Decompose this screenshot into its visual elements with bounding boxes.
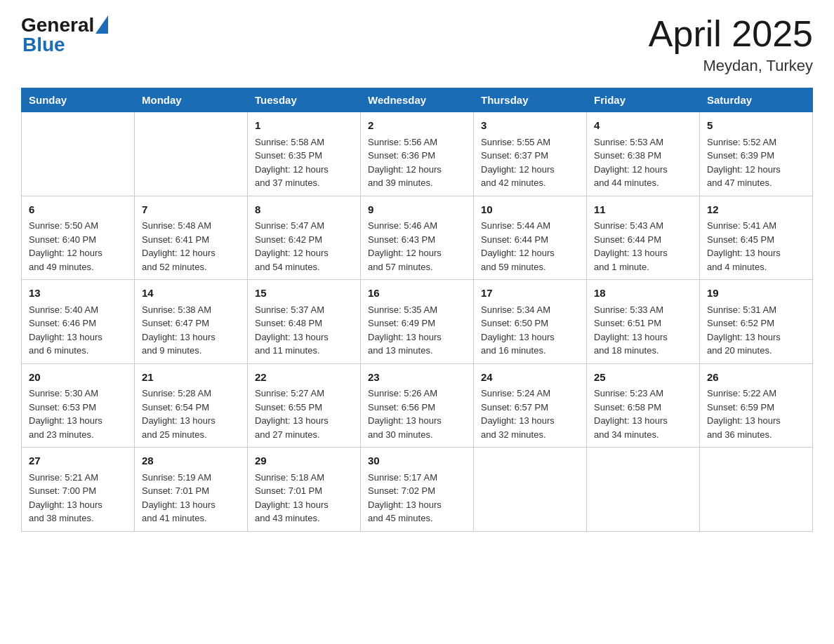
weekday-header-monday: Monday: [135, 88, 248, 112]
weekday-header-saturday: Saturday: [700, 88, 813, 112]
day-number: 8: [255, 202, 353, 218]
calendar-cell: 12Sunrise: 5:41 AM Sunset: 6:45 PM Dayli…: [700, 196, 813, 280]
calendar-cell: 15Sunrise: 5:37 AM Sunset: 6:48 PM Dayli…: [248, 280, 361, 364]
calendar-cell: 22Sunrise: 5:27 AM Sunset: 6:55 PM Dayli…: [248, 363, 361, 448]
day-info: Sunrise: 5:48 AM Sunset: 6:41 PM Dayligh…: [142, 219, 240, 274]
calendar-cell: 7Sunrise: 5:48 AM Sunset: 6:41 PM Daylig…: [135, 196, 248, 280]
day-number: 16: [368, 286, 466, 302]
day-number: 27: [29, 453, 127, 469]
day-info: Sunrise: 5:19 AM Sunset: 7:01 PM Dayligh…: [142, 471, 240, 525]
calendar-week-row: 13Sunrise: 5:40 AM Sunset: 6:46 PM Dayli…: [22, 280, 813, 364]
day-number: 29: [255, 453, 353, 469]
calendar-cell: 19Sunrise: 5:31 AM Sunset: 6:52 PM Dayli…: [700, 280, 813, 364]
day-number: 30: [368, 453, 466, 469]
day-number: 7: [142, 202, 240, 218]
day-info: Sunrise: 5:58 AM Sunset: 6:35 PM Dayligh…: [255, 135, 353, 190]
day-info: Sunrise: 5:38 AM Sunset: 6:47 PM Dayligh…: [142, 303, 240, 358]
calendar-cell: 17Sunrise: 5:34 AM Sunset: 6:50 PM Dayli…: [474, 280, 587, 364]
day-number: 21: [142, 370, 240, 386]
day-number: 3: [481, 118, 579, 134]
day-info: Sunrise: 5:52 AM Sunset: 6:39 PM Dayligh…: [707, 135, 805, 190]
day-info: Sunrise: 5:30 AM Sunset: 6:53 PM Dayligh…: [29, 387, 127, 441]
day-number: 25: [594, 370, 692, 386]
day-info: Sunrise: 5:37 AM Sunset: 6:48 PM Dayligh…: [255, 303, 353, 358]
day-info: Sunrise: 5:43 AM Sunset: 6:44 PM Dayligh…: [594, 219, 692, 274]
day-number: 4: [594, 118, 692, 134]
calendar-header-row: SundayMondayTuesdayWednesdayThursdayFrid…: [22, 88, 813, 112]
day-number: 23: [368, 370, 466, 386]
calendar-cell: 9Sunrise: 5:46 AM Sunset: 6:43 PM Daylig…: [361, 196, 474, 280]
day-number: 5: [707, 118, 805, 134]
weekday-header-wednesday: Wednesday: [361, 88, 474, 112]
calendar-cell: 3Sunrise: 5:55 AM Sunset: 6:37 PM Daylig…: [474, 112, 587, 196]
day-info: Sunrise: 5:21 AM Sunset: 7:00 PM Dayligh…: [29, 471, 127, 525]
calendar-cell: 4Sunrise: 5:53 AM Sunset: 6:38 PM Daylig…: [587, 112, 700, 196]
calendar-cell: [700, 448, 813, 532]
day-number: 12: [707, 202, 805, 218]
calendar-cell: [22, 112, 135, 196]
calendar-week-row: 20Sunrise: 5:30 AM Sunset: 6:53 PM Dayli…: [22, 363, 813, 448]
logo-triangle-icon: [95, 15, 108, 34]
calendar-cell: 14Sunrise: 5:38 AM Sunset: 6:47 PM Dayli…: [135, 280, 248, 364]
day-number: 11: [594, 202, 692, 218]
day-number: 19: [707, 286, 805, 302]
weekday-header-friday: Friday: [587, 88, 700, 112]
day-info: Sunrise: 5:56 AM Sunset: 6:36 PM Dayligh…: [368, 135, 466, 190]
title-block: April 2025 Meydan, Turkey: [649, 14, 813, 75]
day-info: Sunrise: 5:17 AM Sunset: 7:02 PM Dayligh…: [368, 471, 466, 525]
day-info: Sunrise: 5:50 AM Sunset: 6:40 PM Dayligh…: [29, 219, 127, 274]
day-info: Sunrise: 5:23 AM Sunset: 6:58 PM Dayligh…: [594, 387, 692, 441]
calendar-cell: 24Sunrise: 5:24 AM Sunset: 6:57 PM Dayli…: [474, 363, 587, 448]
weekday-header-tuesday: Tuesday: [248, 88, 361, 112]
logo: General Blue: [21, 14, 108, 56]
calendar-cell: 26Sunrise: 5:22 AM Sunset: 6:59 PM Dayli…: [700, 363, 813, 448]
day-info: Sunrise: 5:55 AM Sunset: 6:37 PM Dayligh…: [481, 135, 579, 190]
calendar-cell: 29Sunrise: 5:18 AM Sunset: 7:01 PM Dayli…: [248, 448, 361, 532]
weekday-header-thursday: Thursday: [474, 88, 587, 112]
calendar-cell: 11Sunrise: 5:43 AM Sunset: 6:44 PM Dayli…: [587, 196, 700, 280]
day-number: 20: [29, 370, 127, 386]
month-year-title: April 2025: [649, 14, 813, 54]
weekday-header-sunday: Sunday: [22, 88, 135, 112]
day-number: 22: [255, 370, 353, 386]
calendar-cell: 5Sunrise: 5:52 AM Sunset: 6:39 PM Daylig…: [700, 112, 813, 196]
calendar-cell: 16Sunrise: 5:35 AM Sunset: 6:49 PM Dayli…: [361, 280, 474, 364]
calendar-cell: 30Sunrise: 5:17 AM Sunset: 7:02 PM Dayli…: [361, 448, 474, 532]
day-number: 18: [594, 286, 692, 302]
calendar-cell: 18Sunrise: 5:33 AM Sunset: 6:51 PM Dayli…: [587, 280, 700, 364]
day-number: 6: [29, 202, 127, 218]
day-number: 9: [368, 202, 466, 218]
day-info: Sunrise: 5:24 AM Sunset: 6:57 PM Dayligh…: [481, 387, 579, 441]
day-info: Sunrise: 5:40 AM Sunset: 6:46 PM Dayligh…: [29, 303, 127, 358]
calendar-cell: 6Sunrise: 5:50 AM Sunset: 6:40 PM Daylig…: [22, 196, 135, 280]
calendar-cell: 21Sunrise: 5:28 AM Sunset: 6:54 PM Dayli…: [135, 363, 248, 448]
calendar-cell: 23Sunrise: 5:26 AM Sunset: 6:56 PM Dayli…: [361, 363, 474, 448]
day-info: Sunrise: 5:18 AM Sunset: 7:01 PM Dayligh…: [255, 471, 353, 525]
day-info: Sunrise: 5:22 AM Sunset: 6:59 PM Dayligh…: [707, 387, 805, 441]
day-info: Sunrise: 5:41 AM Sunset: 6:45 PM Dayligh…: [707, 219, 805, 274]
day-info: Sunrise: 5:34 AM Sunset: 6:50 PM Dayligh…: [481, 303, 579, 358]
day-number: 14: [142, 286, 240, 302]
calendar-table: SundayMondayTuesdayWednesdayThursdayFrid…: [21, 88, 813, 532]
day-info: Sunrise: 5:28 AM Sunset: 6:54 PM Dayligh…: [142, 387, 240, 441]
page-header: General Blue April 2025 Meydan, Turkey: [21, 14, 813, 75]
day-info: Sunrise: 5:53 AM Sunset: 6:38 PM Dayligh…: [594, 135, 692, 190]
calendar-cell: 8Sunrise: 5:47 AM Sunset: 6:42 PM Daylig…: [248, 196, 361, 280]
calendar-cell: 28Sunrise: 5:19 AM Sunset: 7:01 PM Dayli…: [135, 448, 248, 532]
calendar-cell: 27Sunrise: 5:21 AM Sunset: 7:00 PM Dayli…: [22, 448, 135, 532]
calendar-cell: 2Sunrise: 5:56 AM Sunset: 6:36 PM Daylig…: [361, 112, 474, 196]
day-number: 15: [255, 286, 353, 302]
calendar-cell: 1Sunrise: 5:58 AM Sunset: 6:35 PM Daylig…: [248, 112, 361, 196]
day-info: Sunrise: 5:35 AM Sunset: 6:49 PM Dayligh…: [368, 303, 466, 358]
calendar-cell: 13Sunrise: 5:40 AM Sunset: 6:46 PM Dayli…: [22, 280, 135, 364]
day-number: 1: [255, 118, 353, 134]
day-info: Sunrise: 5:44 AM Sunset: 6:44 PM Dayligh…: [481, 219, 579, 274]
calendar-week-row: 1Sunrise: 5:58 AM Sunset: 6:35 PM Daylig…: [22, 112, 813, 196]
svg-marker-0: [95, 15, 108, 34]
day-info: Sunrise: 5:33 AM Sunset: 6:51 PM Dayligh…: [594, 303, 692, 358]
calendar-cell: 10Sunrise: 5:44 AM Sunset: 6:44 PM Dayli…: [474, 196, 587, 280]
location-subtitle: Meydan, Turkey: [649, 57, 813, 75]
day-number: 13: [29, 286, 127, 302]
day-number: 10: [481, 202, 579, 218]
calendar-cell: [135, 112, 248, 196]
